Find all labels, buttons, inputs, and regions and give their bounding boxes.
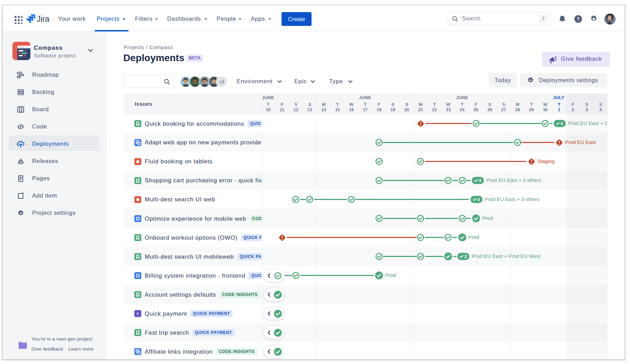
svg-text:+3: +3 (219, 80, 223, 84)
svg-text:?: ? (577, 16, 580, 22)
